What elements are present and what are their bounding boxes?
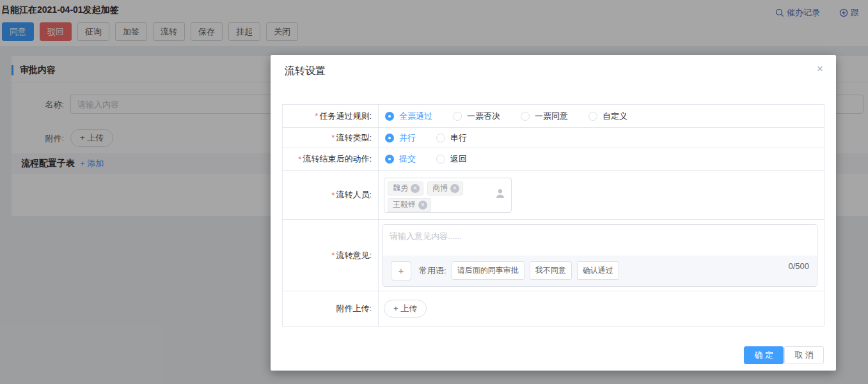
radio-checked-icon xyxy=(385,155,394,164)
people-selector[interactable]: 魏勇 × 商博 × 王毅铎 × xyxy=(384,178,512,213)
people-row: * 流转人员: 魏勇 × 商博 × xyxy=(283,171,824,220)
radio-label: 返回 xyxy=(450,153,467,165)
people-label: 流转人员: xyxy=(336,189,372,201)
opinion-toolbar: + 常用语: 请后面的同事审批 我不同意 确认通过 0/500 xyxy=(383,256,817,286)
after-action-options: 提交 返回 xyxy=(379,148,824,170)
common-phrases-label: 常用语: xyxy=(419,265,446,277)
dialog-upload-button[interactable]: + 上传 xyxy=(384,300,427,318)
rule-options: 全票通过 一票否决 一票同意 自定义 xyxy=(379,105,824,127)
after-action-row: * 流转结束后的动作: 提交 返回 xyxy=(283,148,824,171)
rule-row: * 任务通过规则: 全票通过 一票否决 一票同意 xyxy=(283,105,824,128)
attachment-row: 附件上传: + 上传 xyxy=(283,291,824,326)
radio-option-return[interactable]: 返回 xyxy=(436,153,467,165)
radio-option-one-veto[interactable]: 一票否决 xyxy=(453,111,500,122)
radio-label: 提交 xyxy=(399,153,416,165)
confirm-button[interactable]: 确 定 xyxy=(744,346,784,364)
radio-unchecked-icon xyxy=(588,112,597,121)
attachment-cell: + 上传 xyxy=(379,291,824,326)
person-name: 商博 xyxy=(432,183,448,194)
opinion-textarea[interactable] xyxy=(383,225,817,256)
opinion-row: * 流转意见: + 常用语: 请后面的同事审批 我不同意 确认通过 0/500 xyxy=(283,220,824,291)
required-asterisk: * xyxy=(331,250,335,260)
app-screen: 吕能江在2021-04-01发起加签 催办记录 跟 同意 驳回 xyxy=(0,0,868,384)
opinion-label-cell: * 流转意见: xyxy=(283,220,379,291)
cancel-button[interactable]: 取 消 xyxy=(784,346,824,364)
radio-unchecked-icon xyxy=(521,112,530,121)
person-name: 王毅铎 xyxy=(393,199,416,210)
dialog-title: 流转设置 xyxy=(285,65,326,78)
person-tag: 商博 × xyxy=(427,181,463,196)
required-asterisk: * xyxy=(331,190,335,200)
flow-settings-form: * 任务通过规则: 全票通过 一票否决 一票同意 xyxy=(282,104,825,326)
radio-option-serial[interactable]: 串行 xyxy=(436,132,467,144)
user-icon xyxy=(496,188,505,201)
radio-label: 一票同意 xyxy=(535,111,568,122)
radio-option-custom[interactable]: 自定义 xyxy=(588,111,627,122)
radio-option-full-pass[interactable]: 全票通过 xyxy=(385,111,432,122)
opinion-label: 流转意见: xyxy=(336,250,372,261)
opinion-cell: + 常用语: 请后面的同事审批 我不同意 确认通过 0/500 xyxy=(379,220,824,291)
type-label: 流转类型: xyxy=(336,132,372,144)
phrase-button-3[interactable]: 确认通过 xyxy=(577,261,619,280)
required-asterisk: * xyxy=(298,155,301,164)
type-label-cell: * 流转类型: xyxy=(283,128,379,148)
opinion-editor: + 常用语: 请后面的同事审批 我不同意 确认通过 0/500 xyxy=(383,224,817,287)
radio-option-one-agree[interactable]: 一票同意 xyxy=(521,111,568,122)
phrase-button-1[interactable]: 请后面的同事审批 xyxy=(452,261,525,280)
type-options: 并行 串行 xyxy=(379,128,824,148)
char-counter: 0/500 xyxy=(788,261,809,271)
attachment-upload-label: 附件上传: xyxy=(336,303,372,314)
type-row: * 流转类型: 并行 串行 xyxy=(283,128,824,148)
close-icon[interactable]: × xyxy=(813,63,827,75)
radio-option-submit[interactable]: 提交 xyxy=(385,153,416,165)
radio-label: 自定义 xyxy=(603,111,627,122)
rule-label: 任务通过规则: xyxy=(319,111,372,122)
person-name: 魏勇 xyxy=(393,183,408,194)
phrase-button-2[interactable]: 我不同意 xyxy=(530,261,572,280)
tag-close-icon[interactable]: × xyxy=(411,184,420,193)
flow-settings-dialog: 流转设置 × * 任务通过规则: 全票通过 一票否决 xyxy=(271,55,836,371)
radio-label: 全票通过 xyxy=(399,111,432,122)
person-tag: 王毅铎 × xyxy=(388,198,431,212)
required-asterisk: * xyxy=(315,111,318,121)
attachment-label-cell: 附件上传: xyxy=(283,291,379,326)
radio-label: 串行 xyxy=(450,132,467,144)
rule-label-cell: * 任务通过规则: xyxy=(283,105,379,127)
radio-label: 一票否决 xyxy=(467,111,500,122)
radio-unchecked-icon xyxy=(436,155,445,164)
tag-close-icon[interactable]: × xyxy=(418,201,427,210)
radio-unchecked-icon xyxy=(453,112,462,121)
add-phrase-button[interactable]: + xyxy=(391,261,411,280)
after-action-label: 流转结束后的动作: xyxy=(303,153,372,165)
people-cell: 魏勇 × 商博 × 王毅铎 × xyxy=(379,171,824,219)
radio-unchecked-icon xyxy=(436,134,445,142)
person-tag: 魏勇 × xyxy=(388,181,423,196)
radio-checked-icon xyxy=(385,112,394,121)
required-asterisk: * xyxy=(331,133,335,142)
people-label-cell: * 流转人员: xyxy=(283,171,379,219)
radio-label: 并行 xyxy=(399,132,416,144)
radio-checked-icon xyxy=(385,134,394,142)
tag-close-icon[interactable]: × xyxy=(450,184,459,193)
after-action-label-cell: * 流转结束后的动作: xyxy=(283,148,379,170)
radio-option-parallel[interactable]: 并行 xyxy=(385,132,416,144)
